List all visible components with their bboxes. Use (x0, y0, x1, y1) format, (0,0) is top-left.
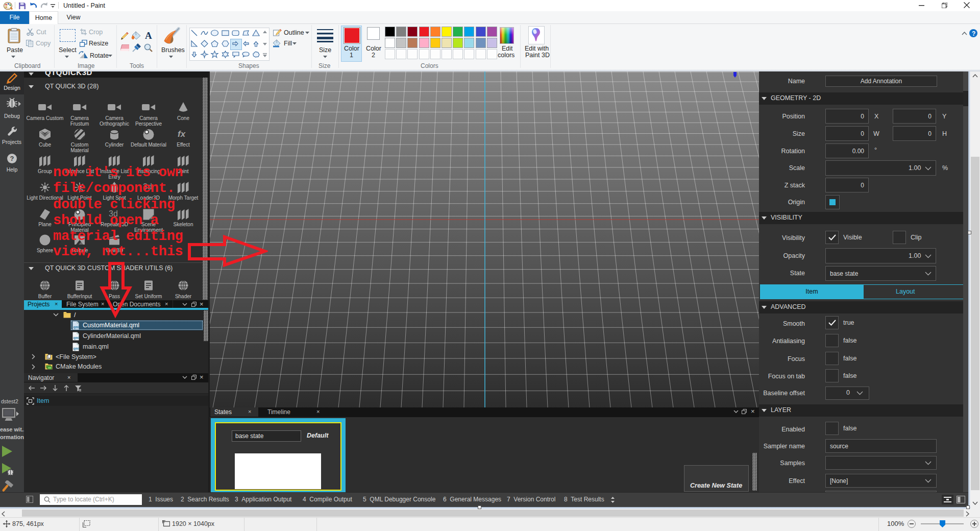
svg-text:qml: qml (74, 336, 80, 340)
svg-text:?: ? (10, 155, 14, 162)
svg-text:qml: qml (74, 347, 80, 351)
svg-text:qml: qml (74, 325, 80, 329)
